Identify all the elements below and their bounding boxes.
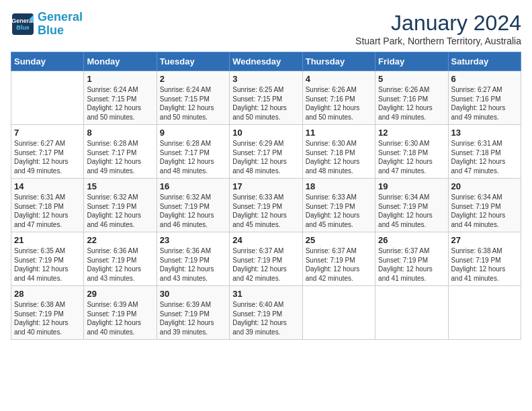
day-info: Sunrise: 6:38 AM Sunset: 7:19 PM Dayligh… [14,300,81,336]
day-header-monday: Monday [84,52,157,71]
calendar-day-13: 13Sunrise: 6:31 AM Sunset: 7:18 PM Dayli… [448,125,521,179]
logo-text-blue: Blue [38,24,83,38]
day-info: Sunrise: 6:27 AM Sunset: 7:17 PM Dayligh… [14,139,81,175]
calendar-day-30: 30Sunrise: 6:39 AM Sunset: 7:19 PM Dayli… [157,286,229,340]
day-number: 22 [87,235,153,245]
day-info: Sunrise: 6:34 AM Sunset: 7:19 PM Dayligh… [451,193,518,229]
day-number: 18 [306,181,372,191]
day-info: Sunrise: 6:36 AM Sunset: 7:19 PM Dayligh… [160,246,226,283]
calendar-week-row: 7Sunrise: 6:27 AM Sunset: 7:17 PM Daylig… [11,125,521,179]
day-number: 3 [232,74,299,84]
day-number: 12 [378,128,445,138]
day-number: 5 [378,74,445,84]
calendar-day-23: 23Sunrise: 6:36 AM Sunset: 7:19 PM Dayli… [157,232,229,286]
day-info: Sunrise: 6:31 AM Sunset: 7:18 PM Dayligh… [14,193,81,229]
day-number: 27 [451,235,518,245]
calendar-day-8: 8Sunrise: 6:28 AM Sunset: 7:17 PM Daylig… [84,125,157,179]
logo: General Blue General Blue [11,11,83,38]
title-block: January 2024 Stuart Park, Northern Terri… [355,11,521,46]
day-number: 11 [306,128,372,138]
calendar-week-row: 21Sunrise: 6:35 AM Sunset: 7:19 PM Dayli… [11,232,521,286]
day-number: 1 [87,74,153,84]
day-info: Sunrise: 6:27 AM Sunset: 7:16 PM Dayligh… [451,85,518,122]
day-number: 20 [451,181,518,191]
day-info: Sunrise: 6:30 AM Sunset: 7:18 PM Dayligh… [378,139,445,175]
day-info: Sunrise: 6:24 AM Sunset: 7:15 PM Dayligh… [87,85,153,122]
day-number: 31 [232,289,299,299]
day-info: Sunrise: 6:38 AM Sunset: 7:19 PM Dayligh… [451,246,518,283]
day-info: Sunrise: 6:29 AM Sunset: 7:17 PM Dayligh… [232,139,299,175]
day-info: Sunrise: 6:26 AM Sunset: 7:16 PM Dayligh… [306,85,372,122]
day-number: 21 [14,235,81,245]
calendar-day-26: 26Sunrise: 6:37 AM Sunset: 7:19 PM Dayli… [375,232,448,286]
calendar-day-14: 14Sunrise: 6:31 AM Sunset: 7:18 PM Dayli… [11,179,84,232]
day-info: Sunrise: 6:32 AM Sunset: 7:19 PM Dayligh… [160,193,226,229]
day-header-thursday: Thursday [302,52,375,71]
day-header-sunday: Sunday [11,52,84,71]
day-header-friday: Friday [375,52,448,71]
location-subtitle: Stuart Park, Northern Territory, Austral… [355,36,521,46]
day-number: 24 [232,235,299,245]
calendar-day-1: 1Sunrise: 6:24 AM Sunset: 7:15 PM Daylig… [84,71,157,125]
calendar-day-11: 11Sunrise: 6:30 AM Sunset: 7:18 PM Dayli… [302,125,375,179]
day-info: Sunrise: 6:39 AM Sunset: 7:19 PM Dayligh… [87,300,153,336]
day-number: 29 [87,289,153,299]
day-number: 26 [378,235,445,245]
day-number: 25 [306,235,372,245]
day-info: Sunrise: 6:37 AM Sunset: 7:19 PM Dayligh… [306,246,372,283]
calendar-day-21: 21Sunrise: 6:35 AM Sunset: 7:19 PM Dayli… [11,232,84,286]
calendar-empty-cell [302,286,375,340]
day-info: Sunrise: 6:33 AM Sunset: 7:19 PM Dayligh… [306,193,372,229]
calendar-week-row: 14Sunrise: 6:31 AM Sunset: 7:18 PM Dayli… [11,179,521,232]
calendar-empty-cell [375,286,448,340]
calendar-day-17: 17Sunrise: 6:33 AM Sunset: 7:19 PM Dayli… [230,179,302,232]
calendar-day-29: 29Sunrise: 6:39 AM Sunset: 7:19 PM Dayli… [84,286,157,340]
calendar-day-22: 22Sunrise: 6:36 AM Sunset: 7:19 PM Dayli… [84,232,157,286]
calendar-day-4: 4Sunrise: 6:26 AM Sunset: 7:16 PM Daylig… [302,71,375,125]
day-info: Sunrise: 6:33 AM Sunset: 7:19 PM Dayligh… [232,193,299,229]
day-number: 16 [160,181,226,191]
day-info: Sunrise: 6:40 AM Sunset: 7:19 PM Dayligh… [232,300,299,336]
day-info: Sunrise: 6:37 AM Sunset: 7:19 PM Dayligh… [232,246,299,283]
calendar-day-16: 16Sunrise: 6:32 AM Sunset: 7:19 PM Dayli… [157,179,229,232]
day-number: 13 [451,128,518,138]
day-number: 28 [14,289,81,299]
day-number: 14 [14,181,81,191]
day-number: 15 [87,181,153,191]
month-title: January 2024 [355,11,521,36]
calendar-day-5: 5Sunrise: 6:26 AM Sunset: 7:16 PM Daylig… [375,71,448,125]
svg-text:Blue: Blue [16,24,30,31]
day-info: Sunrise: 6:28 AM Sunset: 7:17 PM Dayligh… [160,139,226,175]
calendar-day-25: 25Sunrise: 6:37 AM Sunset: 7:19 PM Dayli… [302,232,375,286]
day-number: 2 [160,74,226,84]
calendar-day-10: 10Sunrise: 6:29 AM Sunset: 7:17 PM Dayli… [230,125,302,179]
day-info: Sunrise: 6:28 AM Sunset: 7:17 PM Dayligh… [87,139,153,175]
day-header-saturday: Saturday [448,52,521,71]
calendar-day-15: 15Sunrise: 6:32 AM Sunset: 7:19 PM Dayli… [84,179,157,232]
day-info: Sunrise: 6:26 AM Sunset: 7:16 PM Dayligh… [378,85,445,122]
day-number: 30 [160,289,226,299]
calendar-day-19: 19Sunrise: 6:34 AM Sunset: 7:19 PM Dayli… [375,179,448,232]
calendar-day-7: 7Sunrise: 6:27 AM Sunset: 7:17 PM Daylig… [11,125,84,179]
calendar-day-20: 20Sunrise: 6:34 AM Sunset: 7:19 PM Dayli… [448,179,521,232]
day-number: 23 [160,235,226,245]
day-info: Sunrise: 6:34 AM Sunset: 7:19 PM Dayligh… [378,193,445,229]
day-info: Sunrise: 6:35 AM Sunset: 7:19 PM Dayligh… [14,246,81,283]
day-number: 4 [306,74,372,84]
calendar-week-row: 28Sunrise: 6:38 AM Sunset: 7:19 PM Dayli… [11,286,521,340]
day-number: 17 [232,181,299,191]
calendar-day-24: 24Sunrise: 6:37 AM Sunset: 7:19 PM Dayli… [230,232,302,286]
calendar-day-31: 31Sunrise: 6:40 AM Sunset: 7:19 PM Dayli… [230,286,302,340]
calendar-table: SundayMondayTuesdayWednesdayThursdayFrid… [11,52,521,340]
page-header: General Blue General Blue January 2024 S… [11,11,521,46]
calendar-empty-cell [11,71,84,125]
day-number: 6 [451,74,518,84]
calendar-day-6: 6Sunrise: 6:27 AM Sunset: 7:16 PM Daylig… [448,71,521,125]
calendar-day-18: 18Sunrise: 6:33 AM Sunset: 7:19 PM Dayli… [302,179,375,232]
day-number: 8 [87,128,153,138]
day-number: 7 [14,128,81,138]
day-info: Sunrise: 6:32 AM Sunset: 7:19 PM Dayligh… [87,193,153,229]
calendar-day-9: 9Sunrise: 6:28 AM Sunset: 7:17 PM Daylig… [157,125,229,179]
calendar-day-3: 3Sunrise: 6:25 AM Sunset: 7:15 PM Daylig… [230,71,302,125]
day-info: Sunrise: 6:31 AM Sunset: 7:18 PM Dayligh… [451,139,518,175]
